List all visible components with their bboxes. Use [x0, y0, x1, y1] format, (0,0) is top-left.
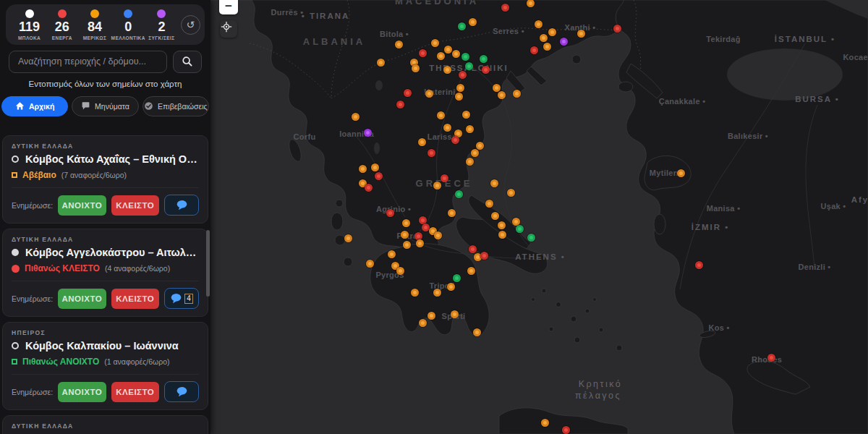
map-marker[interactable] — [476, 142, 484, 150]
map-marker[interactable] — [485, 200, 493, 208]
map-marker[interactable] — [433, 289, 441, 297]
locate-button[interactable] — [220, 20, 237, 38]
map-marker[interactable] — [480, 252, 488, 260]
map-marker[interactable] — [540, 34, 548, 42]
map-marker[interactable] — [695, 261, 703, 269]
map-marker[interactable] — [471, 149, 479, 157]
map-marker[interactable] — [467, 267, 475, 275]
comment-button[interactable] — [164, 195, 199, 216]
search-input[interactable] — [9, 51, 167, 73]
map-marker[interactable] — [402, 219, 410, 227]
map-marker[interactable] — [366, 260, 374, 268]
map-marker[interactable] — [371, 163, 379, 171]
map-marker[interactable] — [562, 426, 570, 434]
scrollbar-thumb[interactable] — [206, 230, 210, 297]
tab-confirmations[interactable]: Επιβεβαιώσεις — [142, 96, 209, 116]
open-button[interactable]: ΑΝΟΙΧΤΟ — [58, 382, 106, 402]
tab-messages[interactable]: Μηνύματα — [72, 96, 138, 116]
map-marker[interactable] — [412, 64, 420, 72]
map-marker[interactable] — [344, 234, 352, 242]
map-marker[interactable] — [541, 419, 549, 427]
map-marker[interactable] — [466, 125, 474, 133]
map-marker[interactable] — [469, 245, 477, 253]
map-marker[interactable] — [498, 221, 506, 229]
road-card[interactable]: ΗΠΕΙΡΟΣ Κόμβος Καλπακίου – Ιωάννινα Πιθα… — [2, 322, 208, 410]
map-marker[interactable] — [451, 136, 459, 144]
map-marker[interactable] — [434, 231, 442, 239]
map-marker[interactable] — [498, 231, 506, 239]
map[interactable]: MACEDONIADurrës •• TIRANAALBANIABitola •… — [210, 0, 868, 434]
refresh-button[interactable]: ↺ — [181, 15, 200, 35]
map-marker[interactable] — [419, 319, 427, 327]
map-marker[interactable] — [459, 71, 467, 79]
search-button[interactable] — [173, 51, 202, 73]
map-marker[interactable] — [493, 84, 501, 92]
map-marker[interactable] — [359, 165, 367, 173]
map-marker[interactable] — [490, 179, 498, 187]
map-marker[interactable] — [352, 113, 359, 121]
map-marker[interactable] — [613, 25, 621, 33]
map-marker[interactable] — [461, 53, 469, 61]
map-marker[interactable] — [395, 41, 403, 48]
map-marker[interactable] — [448, 209, 456, 217]
tab-home[interactable]: Αρχική — [1, 96, 68, 116]
map-marker[interactable] — [427, 149, 435, 157]
map-marker[interactable] — [527, 0, 535, 7]
closed-button[interactable]: ΚΛΕΙΣΤΟ — [111, 289, 159, 309]
road-card[interactable]: ΔΥΤΙΚΗ ΕΛΛΑΔΑ Λεχαινά – Δήμος Ανδραβίδας… — [2, 415, 208, 434]
map-marker[interactable] — [458, 22, 466, 30]
map-marker[interactable] — [527, 234, 535, 242]
map-marker[interactable] — [535, 20, 542, 28]
map-marker[interactable] — [427, 312, 435, 320]
map-marker[interactable] — [560, 38, 568, 46]
road-card[interactable]: ΔΥΤΙΚΗ ΕΛΛΑΔΑ Κόμβος Αγγελοκάστρου – Αιτ… — [2, 229, 208, 317]
open-button[interactable]: ΑΝΟΙΧΤΟ — [58, 195, 106, 216]
map-marker[interactable] — [425, 90, 433, 98]
map-marker[interactable] — [403, 241, 411, 249]
closed-button[interactable]: ΚΛΕΙΣΤΟ — [111, 382, 159, 402]
map-marker[interactable] — [516, 225, 524, 233]
map-marker[interactable] — [507, 189, 515, 197]
map-marker[interactable] — [388, 250, 396, 258]
map-marker[interactable] — [469, 18, 477, 26]
map-marker[interactable] — [431, 39, 439, 47]
map-marker[interactable] — [444, 46, 452, 54]
map-marker[interactable] — [447, 283, 455, 291]
map-marker[interactable] — [462, 111, 470, 119]
map-marker[interactable] — [433, 182, 441, 190]
map-marker[interactable] — [480, 55, 488, 63]
map-marker[interactable] — [452, 50, 460, 58]
comment-button[interactable]: 4 — [164, 288, 199, 309]
map-marker[interactable] — [498, 91, 506, 99]
zoom-out-button[interactable]: − — [219, 0, 238, 14]
map-marker[interactable] — [443, 124, 451, 132]
map-marker[interactable] — [577, 30, 585, 38]
map-marker[interactable] — [466, 158, 474, 166]
map-marker[interactable] — [767, 354, 775, 362]
map-marker[interactable] — [419, 49, 427, 57]
map-marker[interactable] — [465, 62, 473, 70]
map-marker[interactable] — [375, 172, 383, 180]
map-marker[interactable] — [473, 328, 481, 336]
map-marker[interactable] — [401, 231, 409, 239]
map-marker[interactable] — [513, 90, 521, 98]
map-marker[interactable] — [501, 4, 509, 12]
map-marker[interactable] — [404, 89, 412, 97]
road-card[interactable]: ΔΥΤΙΚΗ ΕΛΛΑΔΑ Κόμβος Κάτω Αχαΐας – Εθνικ… — [2, 135, 208, 224]
map-marker[interactable] — [455, 190, 463, 198]
map-marker[interactable] — [455, 93, 463, 101]
map-marker[interactable] — [386, 209, 394, 217]
map-marker[interactable] — [411, 289, 419, 297]
map-marker[interactable] — [364, 129, 372, 137]
map-marker[interactable] — [416, 239, 424, 247]
map-marker[interactable] — [377, 59, 385, 67]
map-marker[interactable] — [451, 310, 459, 318]
map-marker[interactable] — [396, 267, 404, 275]
map-marker[interactable] — [441, 174, 448, 182]
map-marker[interactable] — [482, 66, 490, 74]
map-marker[interactable] — [543, 43, 551, 51]
closed-button[interactable]: ΚΛΕΙΣΤΟ — [111, 195, 159, 216]
map-marker[interactable] — [418, 138, 426, 146]
map-marker[interactable] — [530, 46, 538, 54]
map-marker[interactable] — [491, 212, 499, 220]
